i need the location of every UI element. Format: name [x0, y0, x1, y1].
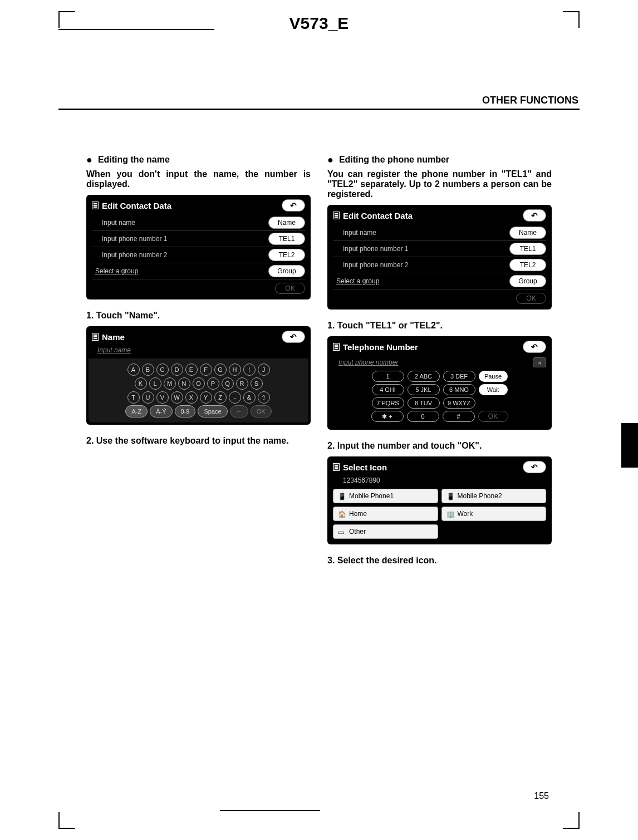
keypad-8[interactable]: 8 TUV: [408, 397, 440, 409]
key-y[interactable]: Y: [200, 391, 212, 404]
input-hint: Input name: [97, 346, 305, 354]
key-d[interactable]: D: [171, 363, 183, 376]
keypad-6[interactable]: 6 MNO: [443, 384, 475, 395]
left-step-1: 1. Touch "Name".: [86, 311, 311, 321]
key-e[interactable]: E: [185, 363, 198, 376]
key-backspace[interactable]: ←: [230, 405, 248, 417]
ok-button-disabled: OK: [275, 283, 305, 294]
page-icon: [333, 343, 340, 351]
row-label: Select a group: [92, 267, 138, 275]
ok-button-disabled: OK: [516, 293, 546, 304]
key-ok[interactable]: OK: [251, 405, 272, 417]
keypad-9[interactable]: 9 WXYZ: [443, 397, 475, 409]
page-number: 155: [534, 791, 549, 801]
key-space[interactable]: Space: [198, 405, 227, 417]
pause-button[interactable]: Pause: [479, 371, 508, 382]
page-icon: [333, 212, 340, 219]
keypad-5[interactable]: 5 JKL: [408, 384, 440, 395]
name-keyboard-screen: Name ↶ Input name A B C D E F G H I: [86, 326, 311, 425]
key-g[interactable]: G: [214, 363, 227, 376]
key-amp[interactable]: &: [243, 391, 256, 404]
ok-button-disabled: OK: [478, 411, 508, 422]
key-c[interactable]: C: [156, 363, 169, 376]
icon-other[interactable]: ▭Other: [333, 524, 438, 539]
back-button[interactable]: ↶: [282, 331, 305, 343]
right-step-3: 3. Select the desired icon.: [327, 556, 552, 566]
key-f[interactable]: F: [200, 363, 212, 376]
key-h[interactable]: H: [229, 363, 241, 376]
key-v[interactable]: V: [156, 391, 169, 404]
crop-mark-top-right: [563, 11, 580, 28]
backspace-button[interactable]: ◄: [533, 357, 546, 367]
group-button[interactable]: Group: [268, 265, 305, 277]
key-o[interactable]: O: [193, 377, 205, 390]
section-header: OTHER FUNCTIONS: [58, 95, 580, 110]
row-label: Select a group: [333, 277, 379, 285]
back-button[interactable]: ↶: [523, 209, 546, 222]
tel2-button[interactable]: TEL2: [268, 249, 305, 261]
mobile-icon: 📱: [338, 493, 346, 499]
keypad-4[interactable]: 4 GHI: [372, 384, 404, 395]
side-tab: [621, 423, 638, 468]
key-n[interactable]: N: [178, 377, 190, 390]
screen-title: Telephone Number: [343, 342, 418, 352]
screen-title: Edit Contact Data: [343, 211, 413, 220]
tel2-button[interactable]: TEL2: [509, 259, 546, 271]
keypad-3[interactable]: 3 DEF: [443, 371, 475, 382]
keypad-0[interactable]: 0: [407, 411, 439, 422]
right-step-1: 1. Touch "TEL1" or "TEL2".: [327, 321, 552, 331]
key-mode-09[interactable]: 0-9: [175, 405, 196, 417]
left-bullet-title: Editing the name: [98, 155, 170, 165]
wait-button[interactable]: Wait: [479, 384, 508, 395]
bullet-icon: ●: [86, 155, 92, 165]
key-x[interactable]: X: [185, 391, 198, 404]
group-button[interactable]: Group: [509, 275, 546, 287]
key-p[interactable]: P: [207, 377, 219, 390]
right-intro: You can register the phone number in "TE…: [327, 169, 552, 199]
trim-line-top: [58, 29, 214, 30]
key-j[interactable]: J: [258, 363, 270, 376]
keypad-2[interactable]: 2 ABC: [408, 371, 440, 382]
key-w[interactable]: W: [171, 391, 183, 404]
icon-work[interactable]: 🏢Work: [441, 507, 547, 521]
key-q[interactable]: Q: [222, 377, 234, 390]
back-button[interactable]: ↶: [523, 341, 546, 353]
left-intro: When you don't input the name, the numbe…: [86, 169, 311, 189]
key-r[interactable]: R: [236, 377, 248, 390]
mobile-icon: 📱: [446, 493, 454, 499]
icon-home[interactable]: 🏠Home: [333, 507, 438, 521]
name-button[interactable]: Name: [268, 217, 305, 229]
screen-title: Edit Contact Data: [102, 201, 171, 210]
keypad-1[interactable]: 1: [372, 371, 404, 382]
card-icon: ▭: [338, 528, 346, 535]
back-button[interactable]: ↶: [282, 199, 305, 212]
input-hint: Input phone number: [338, 358, 398, 366]
key-a[interactable]: A: [127, 363, 140, 376]
key-s[interactable]: S: [251, 377, 263, 390]
tel1-button[interactable]: TEL1: [509, 243, 546, 255]
key-z[interactable]: Z: [214, 391, 227, 404]
tel1-button[interactable]: TEL1: [268, 233, 305, 245]
icon-mobile-phone-2[interactable]: 📱Mobile Phone2: [441, 489, 547, 503]
key-u[interactable]: U: [142, 391, 154, 404]
key-k[interactable]: K: [135, 377, 147, 390]
name-button[interactable]: Name: [509, 227, 546, 239]
key-l[interactable]: L: [149, 377, 161, 390]
right-column: ● Editing the phone number You can regis…: [327, 155, 552, 571]
page-content: OTHER FUNCTIONS ● Editing the name When …: [58, 83, 580, 811]
row-label: Input phone number 2: [92, 251, 167, 259]
key-m[interactable]: M: [164, 377, 176, 390]
key-i[interactable]: I: [243, 363, 256, 376]
key-t[interactable]: T: [127, 391, 140, 404]
key-b[interactable]: B: [142, 363, 154, 376]
keypad-7[interactable]: 7 PQRS: [372, 397, 404, 409]
key-mode-az[interactable]: A-Z: [125, 405, 148, 417]
keypad-hash[interactable]: #: [443, 411, 475, 422]
back-button[interactable]: ↶: [523, 461, 546, 473]
key-mode-ay[interactable]: À-Ý: [150, 405, 172, 417]
key-shift[interactable]: ⇧: [258, 391, 270, 404]
entered-number: 1234567890: [333, 477, 546, 484]
icon-mobile-phone-1[interactable]: 📱Mobile Phone1: [333, 489, 438, 503]
keypad-star[interactable]: ✱ +: [371, 411, 404, 422]
key-dash[interactable]: -: [229, 391, 241, 404]
